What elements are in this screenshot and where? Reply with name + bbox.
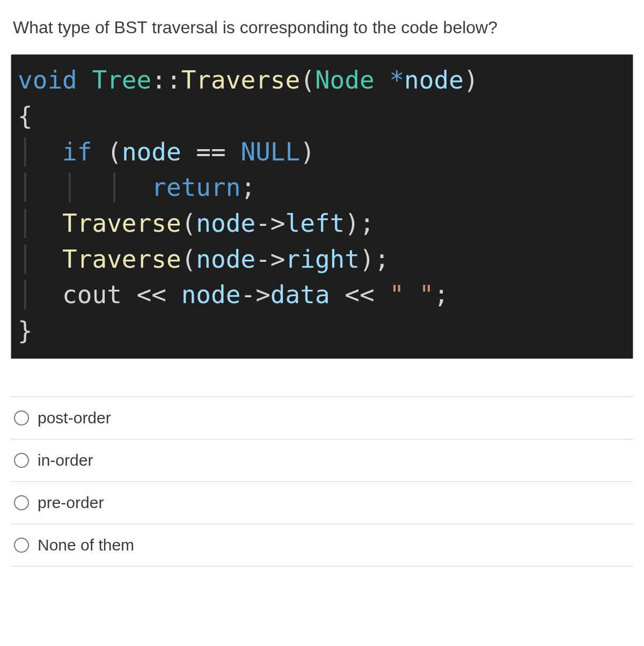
paren: ( <box>181 245 196 274</box>
eq-operator: == <box>181 137 241 166</box>
if-paren-open: ( <box>92 137 121 166</box>
function-name: Traverse <box>181 65 301 94</box>
keyword-void: void <box>18 65 77 94</box>
semicolon: ; <box>434 280 449 309</box>
stream-op: << <box>122 280 181 309</box>
paren-open: ( <box>300 65 315 94</box>
member-left: left <box>286 209 345 238</box>
stream-op: << <box>330 280 390 309</box>
cout: cout <box>62 280 122 309</box>
brace-close: } <box>18 316 33 345</box>
if-paren-close: ) <box>300 137 315 166</box>
paren-close-semi: ); <box>345 209 374 238</box>
option-label: post-order <box>38 409 111 427</box>
question-text: What type of BST traversal is correspond… <box>11 16 633 54</box>
arrow-op: -> <box>255 245 285 274</box>
scope-operator: :: <box>151 65 181 94</box>
brace-open: { <box>18 101 33 130</box>
answer-options: post-order in-order pre-order None of th… <box>11 397 633 567</box>
radio-icon[interactable] <box>14 453 29 468</box>
if-var: node <box>122 137 181 166</box>
type-node: Node <box>315 65 375 94</box>
radio-icon[interactable] <box>14 495 29 510</box>
paren-close-semi: ); <box>360 245 389 274</box>
code-block: void Tree::Traverse(Node *node) { │ if (… <box>11 54 633 359</box>
arrow-op: -> <box>255 209 285 238</box>
paren: ( <box>181 209 196 238</box>
semicolon: ; <box>240 173 255 202</box>
obj-node: node <box>196 209 255 238</box>
option-label: None of them <box>38 536 134 554</box>
param-name: node <box>404 65 464 94</box>
option-label: pre-order <box>38 494 104 512</box>
radio-icon[interactable] <box>14 538 29 553</box>
keyword-return: return <box>151 173 240 202</box>
option-in-order[interactable]: in-order <box>11 439 633 482</box>
null-literal: NULL <box>240 137 300 166</box>
obj-node: node <box>196 245 255 274</box>
pointer-star: * <box>375 65 404 94</box>
obj-node: node <box>181 280 241 309</box>
option-post-order[interactable]: post-order <box>11 397 633 439</box>
arrow-op: -> <box>240 280 270 309</box>
option-label: in-order <box>38 451 93 469</box>
option-pre-order[interactable]: pre-order <box>11 482 633 524</box>
member-right: right <box>286 245 360 274</box>
call-traverse-2: Traverse <box>62 245 181 274</box>
option-none[interactable]: None of them <box>11 524 633 567</box>
call-traverse-1: Traverse <box>62 209 181 238</box>
string-literal: " " <box>389 280 434 309</box>
type-tree: Tree <box>92 65 151 94</box>
radio-icon[interactable] <box>14 410 29 425</box>
keyword-if: if <box>62 137 92 166</box>
member-data: data <box>270 280 330 309</box>
paren-close: ) <box>464 65 479 94</box>
